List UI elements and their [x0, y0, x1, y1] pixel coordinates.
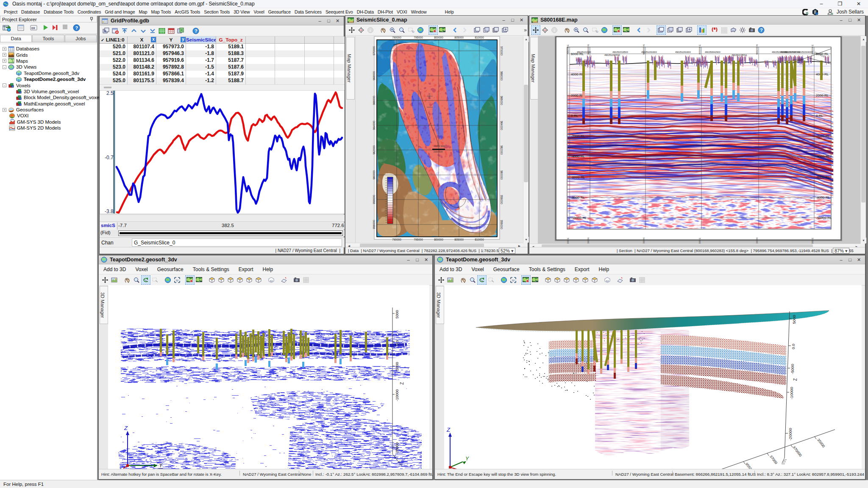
svg-text:?: ?	[75, 25, 78, 30]
svg-text:966000: 966000	[500, 96, 503, 105]
svg-text:800000: 800000	[434, 36, 443, 39]
svg-text:2100 4100: 2100 4100	[434, 151, 443, 153]
svg-text:490251091900: 490251091900	[675, 51, 691, 53]
svg-text:800000 E: 800000 E	[698, 44, 701, 55]
svg-text:2.5: 2.5	[106, 90, 114, 96]
svg-text:490252319500: 490252319500	[612, 51, 628, 53]
svg-text:1000 RUS: 1000 RUS	[792, 58, 803, 61]
svg-text:490251090600: 490251090600	[604, 54, 620, 56]
svg-text:-5000: -5000	[790, 364, 795, 374]
svg-text:-10000 RL: -10000 RL	[571, 216, 587, 220]
svg-text:0.0: 0.0	[791, 344, 796, 349]
svg-text:962000: 962000	[500, 145, 503, 155]
svg-text:490252 3000: 490252 3000	[434, 145, 445, 147]
svg-text:958000: 958000	[500, 195, 503, 204]
svg-text:965000 N: 965000 N	[756, 44, 758, 55]
svg-text:962000: 962000	[373, 145, 376, 155]
svg-text:964000: 964000	[500, 121, 503, 130]
svg-text:-8000 RL: -8000 RL	[816, 196, 830, 200]
svg-text:-0.7: -0.7	[105, 155, 114, 161]
svg-text:956000: 956000	[373, 220, 376, 229]
svg-text:810000: 810000	[475, 36, 484, 39]
svg-text:-5000: -5000	[395, 362, 399, 372]
svg-text:960000: 960000	[500, 170, 503, 180]
svg-text:-2000 RL: -2000 RL	[816, 134, 830, 138]
svg-text:k2: k2	[270, 280, 273, 282]
svg-text:49025102330: 49025102330	[577, 51, 591, 53]
svg-text:800000: 800000	[434, 238, 443, 241]
svg-text:790000: 790000	[392, 36, 401, 39]
svg-text:0X: 0X	[31, 27, 35, 30]
svg-text:4000 RL: 4000 RL	[571, 72, 584, 76]
svg-text:-6000 RL: -6000 RL	[571, 175, 585, 179]
svg-text:-8000 RL: -8000 RL	[571, 196, 585, 200]
svg-text:956000: 956000	[500, 220, 503, 229]
svg-text:-10000: -10000	[395, 389, 399, 401]
svg-text:795000 E: 795000 E	[567, 238, 569, 244]
svg-text:Z: Z	[446, 427, 451, 433]
svg-text:968000: 968000	[500, 71, 503, 80]
svg-text:-4000 RL: -4000 RL	[816, 155, 830, 158]
svg-text:960000: 960000	[373, 170, 376, 180]
svg-text:5000: 5000	[792, 315, 796, 324]
svg-text:800000 E: 800000 E	[698, 238, 701, 244]
svg-text:0.0: 0.0	[395, 340, 399, 346]
svg-text:?: ?	[760, 28, 763, 33]
svg-text:?: ?	[195, 28, 198, 33]
svg-text:Y: Y	[159, 463, 163, 469]
svg-text:490252278001: 490252278001	[732, 54, 747, 56]
svg-text:805000 E: 805000 E	[811, 238, 814, 244]
svg-text:-2000 RL: -2000 RL	[571, 134, 585, 138]
svg-text:805000: 805000	[454, 36, 464, 39]
svg-text:966000: 966000	[373, 96, 376, 105]
svg-text:795000: 795000	[414, 36, 423, 39]
svg-text:k2: k2	[606, 280, 609, 282]
svg-text:-6000 RL: -6000 RL	[816, 175, 830, 179]
svg-text:490251091900: 490251091900	[641, 51, 657, 53]
svg-text:32: 32	[512, 279, 515, 282]
svg-text:-10000 RL: -10000 RL	[816, 216, 832, 220]
svg-text:-20000: -20000	[395, 442, 399, 454]
svg-text:i: i	[554, 28, 555, 32]
svg-text:490250642900: 490250642900	[705, 51, 721, 53]
svg-text:0 RL: 0 RL	[816, 114, 823, 118]
svg-text:968000: 968000	[373, 71, 376, 80]
svg-text:970000: 970000	[500, 46, 503, 55]
svg-text:-4000 RL: -4000 RL	[571, 155, 585, 158]
svg-text:960000 N: 960000 N	[643, 238, 645, 244]
svg-text:Z: Z	[124, 425, 128, 431]
svg-text:970000: 970000	[373, 46, 376, 55]
svg-text:810000: 810000	[475, 238, 484, 241]
svg-text:790000: 790000	[392, 238, 401, 241]
svg-text:32: 32	[175, 279, 178, 282]
svg-text:i: i	[370, 28, 371, 32]
svg-text:5000: 5000	[395, 310, 399, 319]
svg-text:Z: Z	[400, 382, 404, 385]
svg-text:-10000: -10000	[789, 387, 794, 399]
svg-text:-3.8: -3.8	[105, 208, 114, 214]
svg-text:805000: 805000	[454, 238, 464, 241]
svg-text:965000 N: 965000 N	[756, 238, 758, 244]
svg-text:-20000: -20000	[788, 428, 793, 441]
svg-text:2000 RL: 2000 RL	[571, 94, 584, 97]
svg-text:795000: 795000	[414, 238, 423, 241]
svg-text:0 RL: 0 RL	[571, 114, 578, 118]
svg-text:490252304000: 490252304000	[797, 51, 813, 53]
svg-text:958000: 958000	[373, 195, 376, 204]
svg-text:Y: Y	[465, 456, 469, 462]
svg-text:964000: 964000	[373, 121, 376, 130]
svg-text:2000 RL: 2000 RL	[816, 94, 829, 97]
svg-text:Z: Z	[793, 378, 798, 381]
svg-text:960000 N: 960000 N	[587, 238, 590, 244]
svg-text:795000 E: 795000 E	[567, 44, 569, 55]
